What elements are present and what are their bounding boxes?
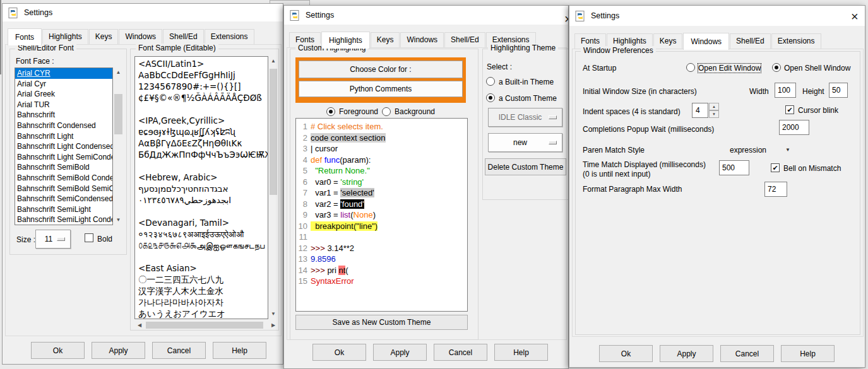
tab-shelled[interactable]: Shell/Ed [163,29,204,45]
font-list-item[interactable]: Arial Greek [15,89,112,100]
font-list-item[interactable]: Bahnschrift SemiCondensed [15,194,112,204]
code-token-console: >>> [311,243,325,253]
code-sample-line: 5 "Return None." [297,165,467,177]
indent-spinbox[interactable]: 4 ▲ ▼ [692,103,719,118]
apply-button[interactable]: Apply [660,345,713,362]
font-sample-vscrollbar[interactable]: ▲ ▼ [268,56,278,319]
font-list-item[interactable]: Bahnschrift Condensed [15,120,112,131]
scroll-up-icon[interactable]: ▲ [113,69,124,76]
code-token-string: 'string' [340,177,364,187]
spin-up-icon[interactable]: ▲ [709,103,719,110]
scroll-down-icon[interactable]: ▼ [113,216,124,224]
scrollbar-thumb[interactable] [270,69,277,195]
apply-button[interactable]: Apply [373,344,427,361]
tab-keys[interactable]: Keys [371,32,400,48]
code-token-keyword: None [354,210,373,220]
font-list-item[interactable]: Bahnschrift SemiBold Condensed [15,173,112,184]
tab-shelled[interactable]: Shell/Ed [730,33,771,49]
indent-value[interactable]: 4 [692,103,708,118]
tab-keys[interactable]: Keys [89,29,119,45]
ok-button[interactable]: Ok [599,345,653,362]
highlight-target-dropdown[interactable]: Python Comments [299,81,463,97]
font-list-item[interactable]: Bahnschrift SemiBold [15,162,112,173]
choose-color-button[interactable]: Choose Color for : [299,61,463,78]
open-shell-window-radio[interactable] [772,63,781,72]
builtin-theme-dropdown[interactable]: IDLE Classic [488,108,562,127]
delete-custom-theme-button[interactable]: Delete Custom Theme [485,158,566,175]
scrollbar-thumb[interactable] [146,322,263,329]
cancel-button[interactable]: Cancel [152,342,206,359]
font-list-item[interactable]: Arial TUR [15,100,112,110]
custom-theme-label: a Custom Theme [499,94,557,103]
tab-shelled[interactable]: Shell/Ed [444,32,485,48]
paren-match-style-dropdown[interactable]: expression [730,146,766,155]
cursor-blink-checkbox[interactable]: ✔ [785,105,794,114]
cancel-button[interactable]: Cancel [434,344,487,361]
line-number: 9 [297,209,307,221]
help-button[interactable]: Help [781,345,835,362]
ok-button[interactable]: Ok [312,344,366,361]
code-token-selected: 'selected' [340,188,374,197]
code-sample-line: 1# Click selects item. [297,121,467,132]
tab-fonts[interactable]: Fonts [8,28,42,45]
code-token-stdout: 9.8596 [311,254,336,264]
tab-highlights[interactable]: Highlights [321,32,370,49]
scroll-up-icon[interactable]: ▲ [268,57,278,65]
check-icon: ✔ [772,165,778,172]
time-match-input[interactable] [719,160,749,175]
height-input[interactable] [829,83,848,98]
code-token-context: code context section [311,133,386,143]
close-icon[interactable]: × [564,13,569,25]
font-list-item[interactable]: Bahnschrift Light Condensed [15,141,112,152]
ok-button[interactable]: Ok [31,342,85,359]
apply-button[interactable]: Apply [92,342,145,359]
bell-on-mismatch-checkbox[interactable]: ✔ [771,163,780,172]
highlight-sample-text[interactable]: 1# Click selects item.2code context sect… [295,118,468,312]
font-list-item[interactable]: Bahnschrift SemiLight Condensed [15,214,112,225]
tab-windows[interactable]: Windows [119,29,162,45]
font-list-item[interactable]: Bahnschrift [15,110,112,120]
tab-windows[interactable]: Windows [400,32,444,48]
scrollbar-thumb[interactable] [114,94,122,134]
open-edit-window-radio[interactable] [686,63,695,72]
font-size-dropdown[interactable]: 11 [35,230,71,249]
bold-checkbox[interactable] [85,233,93,242]
tab-extensions[interactable]: Extensions [771,33,821,49]
custom-theme-dropdown[interactable]: new [488,133,562,152]
code-token-builtin: list [340,210,350,220]
font-list-scrollbar[interactable]: ▲ ▼ [113,67,124,225]
scroll-down-icon[interactable]: ▼ [268,310,278,318]
custom-theme-radio[interactable] [486,93,495,102]
open-edit-window-label[interactable]: Open Edit Window [698,64,761,73]
tab-windows[interactable]: Windows [683,33,729,50]
font-list-item[interactable]: Bahnschrift Light SemiCondensed [15,152,112,163]
builtin-theme-radio[interactable] [486,77,495,86]
select-label: Select : [487,62,512,71]
help-button[interactable]: Help [213,342,266,359]
format-paragraph-input[interactable] [764,182,787,197]
font-list-item[interactable]: Bahnschrift Light [15,131,112,142]
close-icon[interactable]: × [851,10,859,23]
tab-keys[interactable]: Keys [653,33,683,49]
font-list-item[interactable]: Bahnschrift SemiBold SemiCondensed [15,184,112,194]
font-list-item[interactable]: Bahnschrift SemiLight [15,204,112,215]
help-button[interactable]: Help [494,344,548,361]
save-custom-theme-button[interactable]: Save as New Custom Theme [295,315,468,330]
scroll-left-icon[interactable]: ◀ [136,320,143,330]
line-number: 11 [297,231,307,243]
cancel-button[interactable]: Cancel [720,345,774,362]
group-label: Highlighting Theme [488,44,558,52]
spin-down-icon[interactable]: ▼ [709,110,719,118]
tab-extensions[interactable]: Extensions [205,29,254,45]
completions-wait-input[interactable] [779,120,809,135]
font-list-item[interactable]: Arial CYR [15,68,112,79]
font-list-item[interactable]: Arial Cyr [15,79,112,90]
font-sample-hscrollbar[interactable]: ◀ ▶ [134,320,278,330]
tab-highlights[interactable]: Highlights [42,29,88,45]
font-sample-text[interactable]: <ASCII/Latin1>AaBbCcDdEeFfGgHhIiJj123456… [134,56,268,319]
font-face-list[interactable]: Arial CYRArial CyrArial GreekArial TURBa… [15,67,113,225]
width-input[interactable] [775,83,796,98]
foreground-radio[interactable] [326,107,335,116]
scroll-right-icon[interactable]: ▶ [270,320,277,330]
background-radio[interactable] [382,107,391,116]
